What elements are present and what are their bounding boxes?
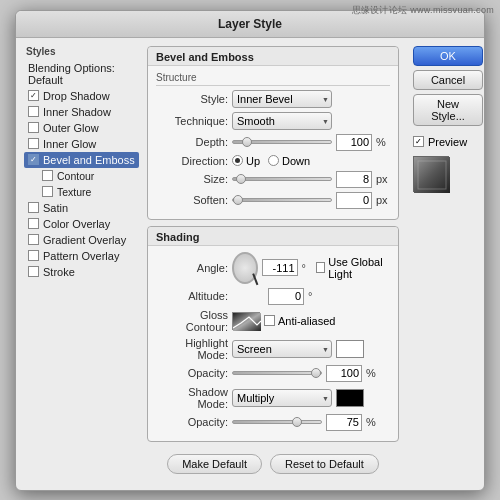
sidebar-item-stroke[interactable]: Stroke — [24, 264, 139, 280]
gloss-contour-label: Gloss Contour: — [156, 309, 228, 333]
shadow-opacity-row: Opacity: % — [156, 414, 390, 431]
global-light-checkbox[interactable] — [316, 262, 325, 273]
style-row: Style: Inner Bevel — [156, 90, 390, 108]
satin-label: Satin — [43, 202, 68, 214]
anti-alias-label: Anti-aliased — [278, 315, 335, 327]
sidebar-item-inner-glow[interactable]: Inner Glow — [24, 136, 139, 152]
sidebar-item-gradient-overlay[interactable]: Gradient Overlay — [24, 232, 139, 248]
soften-input[interactable] — [336, 192, 372, 209]
shadow-mode-select[interactable]: Multiply — [232, 389, 332, 407]
stroke-checkbox[interactable] — [28, 266, 39, 277]
style-label: Style: — [156, 93, 228, 105]
contour-label: Contour — [57, 170, 94, 182]
shadow-opacity-slider[interactable] — [232, 420, 322, 424]
direction-down-radio[interactable] — [268, 155, 279, 166]
angle-dial[interactable] — [232, 252, 258, 284]
outer-glow-checkbox[interactable] — [28, 122, 39, 133]
depth-slider[interactable] — [232, 140, 332, 144]
angle-unit: ° — [302, 262, 313, 274]
ok-button[interactable]: OK — [413, 46, 483, 66]
angle-label: Angle: — [156, 262, 228, 274]
reset-to-default-button[interactable]: Reset to Default — [270, 454, 379, 474]
shadow-mode-row: Shadow Mode: Multiply — [156, 386, 390, 410]
drop-shadow-checkbox[interactable] — [28, 90, 39, 101]
shadow-mode-select-wrapper: Multiply — [232, 389, 332, 407]
color-overlay-checkbox[interactable] — [28, 218, 39, 229]
bevel-emboss-checkbox[interactable] — [28, 154, 39, 165]
sidebar-item-blending[interactable]: Blending Options: Default — [24, 60, 139, 88]
technique-select[interactable]: Smooth — [232, 112, 332, 130]
sidebar-item-outer-glow[interactable]: Outer Glow — [24, 120, 139, 136]
sidebar-item-contour[interactable]: Contour — [24, 168, 139, 184]
shading-section: Shading Angle: ° Use Global Light — [147, 226, 399, 442]
angle-input[interactable] — [262, 259, 298, 276]
soften-unit: px — [376, 194, 390, 206]
layer-style-dialog: Layer Style Styles Blending Options: Def… — [15, 10, 485, 491]
bevel-emboss-section-title: Bevel and Emboss — [148, 47, 398, 66]
sidebar-item-bevel-emboss[interactable]: Bevel and Emboss — [24, 152, 139, 168]
shadow-opacity-input[interactable] — [326, 414, 362, 431]
preview-checkbox[interactable] — [413, 136, 424, 147]
angle-row: Angle: ° Use Global Light — [156, 252, 390, 284]
direction-up-radio[interactable] — [232, 155, 243, 166]
highlight-color-swatch[interactable] — [336, 340, 364, 358]
direction-radio-group: Up Down — [232, 155, 310, 167]
highlight-select[interactable]: Screen — [232, 340, 332, 358]
soften-slider[interactable] — [232, 198, 332, 202]
sidebar-item-color-overlay[interactable]: Color Overlay — [24, 216, 139, 232]
texture-checkbox[interactable] — [42, 186, 53, 197]
sidebar-item-inner-shadow[interactable]: Inner Shadow — [24, 104, 139, 120]
altitude-label: Altitude: — [156, 290, 228, 302]
inner-glow-checkbox[interactable] — [28, 138, 39, 149]
pattern-overlay-checkbox[interactable] — [28, 250, 39, 261]
direction-up-item[interactable]: Up — [232, 155, 260, 167]
sidebar-item-pattern-overlay[interactable]: Pattern Overlay — [24, 248, 139, 264]
depth-input[interactable] — [336, 134, 372, 151]
sidebar-header: Styles — [24, 46, 139, 57]
angle-dial-indicator — [252, 273, 258, 285]
new-style-button[interactable]: New Style... — [413, 94, 483, 126]
satin-checkbox[interactable] — [28, 202, 39, 213]
size-slider[interactable] — [232, 177, 332, 181]
shadow-opacity-unit: % — [366, 416, 380, 428]
global-light-label: Use Global Light — [328, 256, 390, 280]
right-button-column: OK Cancel New Style... Preview — [407, 46, 483, 482]
svg-rect-0 — [233, 313, 261, 331]
gradient-overlay-checkbox[interactable] — [28, 234, 39, 245]
depth-row: Depth: % — [156, 134, 390, 151]
direction-down-label: Down — [282, 155, 310, 167]
gradient-overlay-label: Gradient Overlay — [43, 234, 126, 246]
size-input[interactable] — [336, 171, 372, 188]
drop-shadow-label: Drop Shadow — [43, 90, 110, 102]
soften-label: Soften: — [156, 194, 228, 206]
make-default-button[interactable]: Make Default — [167, 454, 262, 474]
style-select[interactable]: Inner Bevel — [232, 90, 332, 108]
svg-rect-1 — [414, 157, 450, 193]
gloss-contour-preview[interactable] — [232, 312, 260, 330]
bottom-button-area: Make Default Reset to Default — [147, 448, 399, 482]
outer-glow-label: Outer Glow — [43, 122, 99, 134]
stroke-label: Stroke — [43, 266, 75, 278]
direction-down-item[interactable]: Down — [268, 155, 310, 167]
shadow-color-swatch[interactable] — [336, 389, 364, 407]
depth-label: Depth: — [156, 136, 228, 148]
global-light-checkbox-row[interactable]: Use Global Light — [316, 256, 390, 280]
highlight-opacity-slider[interactable] — [232, 371, 322, 375]
highlight-opacity-input[interactable] — [326, 365, 362, 382]
anti-alias-checkbox[interactable] — [264, 315, 275, 326]
contour-checkbox[interactable] — [42, 170, 53, 181]
bevel-emboss-label: Bevel and Emboss — [43, 154, 135, 166]
anti-alias-row[interactable]: Anti-aliased — [264, 315, 335, 327]
technique-row: Technique: Smooth — [156, 112, 390, 130]
sidebar-item-satin[interactable]: Satin — [24, 200, 139, 216]
technique-select-wrapper: Smooth — [232, 112, 332, 130]
direction-up-label: Up — [246, 155, 260, 167]
size-row: Size: px — [156, 171, 390, 188]
inner-shadow-checkbox[interactable] — [28, 106, 39, 117]
altitude-row: Altitude: ° — [156, 288, 390, 305]
cancel-button[interactable]: Cancel — [413, 70, 483, 90]
shading-section-title: Shading — [148, 227, 398, 246]
sidebar-item-texture[interactable]: Texture — [24, 184, 139, 200]
sidebar-item-drop-shadow[interactable]: Drop Shadow — [24, 88, 139, 104]
altitude-input[interactable] — [268, 288, 304, 305]
